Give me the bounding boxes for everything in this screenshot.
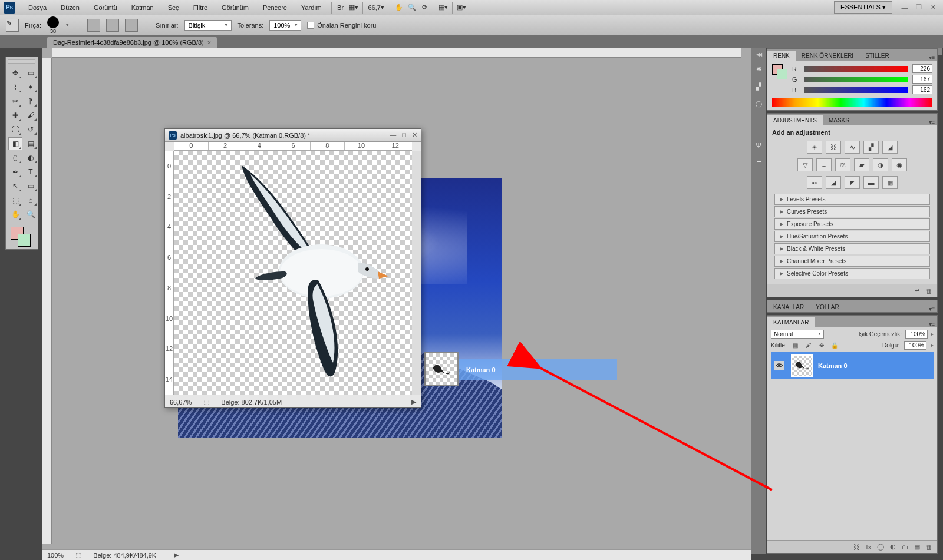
b-value[interactable]: 162 [912,85,932,94]
new-adjustment-layer-icon[interactable]: ◐ [890,543,896,551]
adj-clip-icon[interactable]: ↵ [915,287,920,294]
layer-mask-icon[interactable]: ◯ [877,543,884,551]
histogram-icon[interactable]: ▞ [753,81,764,92]
menu-help[interactable]: Yardım [294,2,329,14]
float-maximize-icon[interactable]: □ [402,131,406,139]
color-panel-swatch[interactable] [772,64,786,78]
right-collapse-grip[interactable] [938,48,942,55]
adj-channelmixer-icon[interactable]: ◑ [873,158,888,171]
blend-mode-select[interactable]: Normal [771,330,824,339]
path-select-tool[interactable]: ↖ [8,180,22,193]
limits-select[interactable]: Bitişik [184,20,232,31]
3d-tool[interactable]: ⬚ [8,194,22,207]
menu-file[interactable]: Dosya [21,2,54,14]
adj-hue-icon[interactable]: ▽ [797,158,813,171]
menu-edit[interactable]: Düzen [54,2,87,14]
r-slider[interactable] [804,66,908,72]
main-zoom-value[interactable]: 100% [47,552,64,559]
arrange-icon[interactable]: ▦▾ [437,1,450,14]
layer-thumbnail[interactable] [791,354,813,377]
fill-value[interactable]: 100% [904,341,926,350]
info-icon[interactable]: ⓘ [753,98,764,110]
fill-flyout-icon[interactable]: ▸ [931,343,934,348]
quick-select-tool[interactable]: ✦ [24,81,38,94]
protect-fg-checkbox[interactable] [307,22,314,29]
crop-tool[interactable]: ✂ [8,95,22,108]
adj-trash-icon[interactable]: 🗑 [926,287,932,294]
adj-photofilter-icon[interactable]: ▰ [854,158,869,171]
lasso-tool[interactable]: ⌇ [8,81,22,94]
lock-position-icon[interactable]: ✥ [817,342,826,350]
menu-image[interactable]: Görüntü [87,2,124,14]
adj-levels-icon[interactable]: ⛓ [826,141,841,154]
layer-visibility-icon[interactable]: 👁 [774,361,784,370]
current-tool-icon[interactable]: ✎ [6,19,19,32]
lock-transparency-icon[interactable]: ▦ [792,342,800,350]
r-value[interactable]: 226 [912,64,932,73]
sampling-once-icon[interactable] [106,19,119,32]
paragraph-icon[interactable]: ≣ [753,157,764,169]
pen-tool[interactable]: ✒ [8,165,22,178]
menu-select[interactable]: Seç [161,2,186,14]
hand-icon[interactable]: ✋ [393,1,405,14]
main-scroll-right-icon[interactable]: ▶ [174,551,179,559]
tab-adjustments[interactable]: ADJUSTMENTS [767,115,823,125]
blur-tool[interactable]: ⬯ [8,151,22,164]
menu-window[interactable]: Pencere [256,2,294,14]
adj-posterize-icon[interactable]: ◢ [826,176,841,189]
adj-gradientmap-icon[interactable]: ▬ [863,176,879,189]
adj-exposure-icon[interactable]: ▞ [863,141,879,154]
eyedropper-tool[interactable]: ⁋ [24,95,38,108]
gradient-tool[interactable]: ▤ [24,137,38,150]
lock-pixels-icon[interactable]: 🖌 [804,342,813,350]
floating-document-window[interactable]: Ps albatroslc1.jpg @ 66,7% (Katman 0,RGB… [164,128,421,408]
opacity-flyout-icon[interactable]: ▸ [931,332,934,337]
document-tab[interactable]: Dag-Resimleri-4c38dfa9e86b3.jpg @ 100% (… [47,37,217,48]
menu-view[interactable]: Görünüm [215,2,256,14]
tab-paths[interactable]: YOLLAR [810,302,845,312]
navigator-icon[interactable]: ✱ [753,63,764,75]
panel-menu-icon[interactable]: ▾≡ [926,306,937,312]
color-swatches[interactable] [8,226,35,247]
dodge-tool[interactable]: ◐ [24,151,38,164]
preset-hue[interactable]: Hue/Saturation Presets [774,231,930,242]
link-layers-icon[interactable]: ⛓ [853,544,860,551]
lock-all-icon[interactable]: 🔒 [830,342,839,350]
preset-selectivecolor[interactable]: Selective Color Presets [774,268,930,279]
tab-swatches[interactable]: RENK ÖRNEKLERİ [796,51,859,61]
shape-tool[interactable]: ▭ [24,180,38,193]
opacity-value[interactable]: 100% [905,330,928,339]
adj-colorbalance-icon[interactable]: ≡ [816,158,832,171]
rotate-view-icon[interactable]: ⟳ [418,1,431,14]
hand-tool[interactable]: ✋ [8,208,22,221]
float-scroll-right-icon[interactable]: ▶ [411,398,416,406]
preset-bw[interactable]: Black & White Presets [774,243,930,254]
preset-levels[interactable]: Levels Presets [774,194,930,205]
close-tab-icon[interactable]: × [207,39,211,46]
adj-brightness-icon[interactable]: ☀ [807,141,822,154]
adj-vibrance-icon[interactable]: ◢ [882,141,898,154]
menu-filter[interactable]: Filtre [186,2,215,14]
healing-tool[interactable]: ✚ [8,109,22,122]
layer-name[interactable]: Katman 0 [818,362,848,369]
panel-grip[interactable] [8,59,35,64]
floating-canvas[interactable] [174,151,412,395]
zoom-level-dropdown[interactable]: 66,7 ▾ [365,1,387,14]
window-restore-icon[interactable]: ❐ [914,4,924,12]
menu-layer[interactable]: Katman [124,2,161,14]
brush-tool[interactable]: 🖌 [24,109,38,122]
float-scrollbar-vertical[interactable] [412,151,421,395]
workspace-switcher[interactable]: ESSENTİALS ▾ [834,1,892,14]
tab-layers[interactable]: KATMANLAR [767,317,815,327]
layer-fx-icon[interactable]: fx [866,544,871,551]
new-group-icon[interactable]: 🗀 [902,544,908,551]
tab-color[interactable]: RENK [767,51,796,61]
tab-masks[interactable]: MASKS [823,115,855,125]
tab-styles[interactable]: STİLLER [859,51,895,61]
view-extras-icon[interactable]: ▦▾ [347,1,360,14]
float-zoom-value[interactable]: 66,67% [170,399,192,406]
g-value[interactable]: 167 [912,75,932,84]
3d-camera-tool[interactable]: ⌂ [24,194,38,207]
g-slider[interactable] [804,77,908,82]
panel-menu-icon[interactable]: ▾≡ [926,119,937,125]
